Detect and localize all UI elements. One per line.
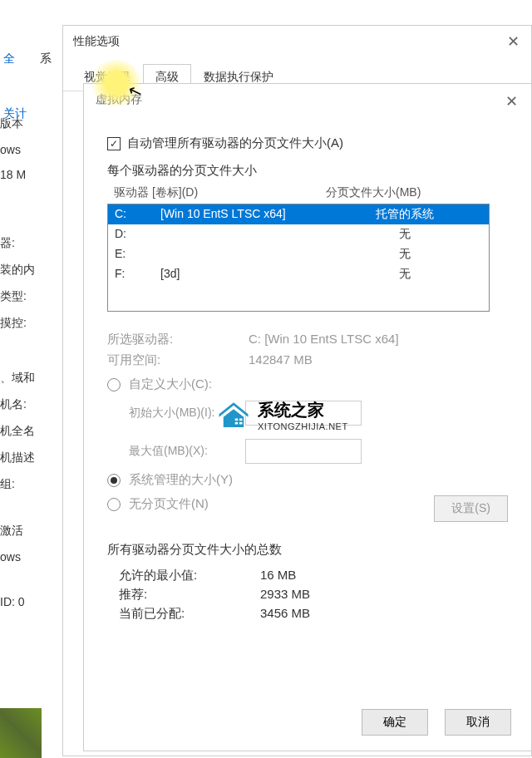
window-title: 性能选项: [73, 34, 120, 49]
auto-manage-checkbox[interactable]: ✓: [107, 137, 121, 150]
close-icon[interactable]: ✕: [505, 32, 521, 51]
watermark-url: XITONGZHIJIA.NET: [258, 421, 348, 431]
max-size-input: [245, 439, 362, 464]
drive-letter: E:: [115, 247, 160, 262]
drive-row[interactable]: E: 无: [108, 244, 489, 264]
watermark-name: 系统之家: [258, 399, 348, 421]
recommended-value: 2933 MB: [260, 587, 310, 603]
cancel-button[interactable]: 取消: [445, 709, 511, 736]
drive-label: [3d]: [160, 267, 327, 282]
free-space-label: 可用空间:: [107, 352, 249, 368]
auto-manage-label: 自动管理所有驱动器的分页文件大小(A): [127, 135, 343, 151]
bg-label: 装的内: [0, 263, 42, 278]
drive-label: [Win 10 EntS LTSC x64]: [160, 207, 327, 222]
drive-pagefile: 无: [327, 227, 482, 242]
bg-label: 类型:: [0, 289, 42, 304]
wallpaper-fragment: [0, 708, 42, 758]
drive-letter: C:: [115, 207, 160, 222]
bg-label: 18 M: [0, 168, 42, 181]
drive-pagefile: 托管的系统: [327, 207, 482, 222]
dialog-title: 虚拟内存: [96, 92, 142, 111]
svg-rect-2: [235, 421, 239, 424]
close-icon[interactable]: ✕: [503, 92, 520, 111]
no-paging-radio: [107, 498, 121, 511]
selected-drive-value: C: [Win 10 EntS LTSC x64]: [249, 332, 508, 347]
bg-label: ID: 0: [0, 595, 42, 608]
max-size-label: 最大值(MB)(X):: [129, 444, 237, 459]
min-allowed-value: 16 MB: [260, 568, 296, 583]
allocated-value: 3456 MB: [260, 606, 310, 622]
selected-drive-label: 所选驱动器:: [107, 332, 249, 347]
drive-listbox[interactable]: C: [Win 10 EntS LTSC x64] 托管的系统 D: 无 E: …: [107, 204, 490, 312]
breadcrumb-part1: 全: [3, 52, 15, 66]
bg-label: 激活: [0, 524, 42, 539]
recommended-label: 推荐:: [119, 587, 260, 603]
min-allowed-label: 允许的最小值:: [119, 568, 260, 583]
no-paging-label: 无分页文件(N): [129, 496, 209, 512]
drive-pagefile: 无: [327, 267, 482, 282]
bg-label: 器:: [0, 236, 42, 251]
drive-row[interactable]: C: [Win 10 EntS LTSC x64] 托管的系统: [108, 204, 489, 224]
svg-rect-1: [239, 418, 243, 421]
system-managed-radio: [107, 474, 121, 487]
col-pagefile: 分页文件大小(MB): [326, 185, 501, 200]
svg-rect-0: [235, 418, 239, 421]
house-icon: [216, 401, 251, 431]
system-managed-label: 系统管理的大小(Y): [129, 472, 233, 488]
custom-size-label: 自定义大小(C):: [129, 377, 212, 392]
drive-letter: D:: [115, 227, 160, 242]
totals-title: 所有驱动器分页文件大小的总数: [107, 542, 508, 558]
drive-label: [160, 247, 327, 262]
watermark: 系统之家 XITONGZHIJIA.NET: [216, 399, 348, 431]
bg-label: 机名:: [0, 397, 42, 412]
drive-letter: F:: [115, 267, 160, 282]
drive-label: [160, 227, 327, 242]
bg-label: 组:: [0, 477, 42, 492]
bg-label: 机描述: [0, 450, 42, 465]
drive-pagefile: 无: [327, 247, 482, 262]
bg-label: 摸控:: [0, 316, 42, 331]
col-drive: 驱动器 [卷标](D): [114, 185, 326, 200]
bg-label: ows: [0, 143, 42, 156]
bg-label: 版本: [0, 116, 42, 131]
free-space-value: 142847 MB: [249, 352, 508, 368]
drive-row[interactable]: F: [3d] 无: [108, 264, 489, 284]
svg-rect-3: [239, 421, 243, 424]
set-button: 设置(S): [434, 495, 508, 522]
bg-label: 机全名: [0, 424, 42, 439]
each-drive-label: 每个驱动器的分页文件大小: [107, 163, 508, 179]
bg-label: ows: [0, 550, 42, 564]
bg-label: 、域和: [0, 371, 42, 386]
custom-size-radio: [107, 378, 121, 391]
allocated-label: 当前已分配:: [119, 606, 260, 622]
background-labels: 版本 ows 18 M 器: 装的内 类型: 摸控: 、域和 机名: 机全名 机…: [0, 116, 42, 620]
drive-row[interactable]: D: 无: [108, 224, 489, 244]
ok-button[interactable]: 确定: [362, 709, 428, 736]
breadcrumb-part2: 系: [40, 52, 52, 66]
